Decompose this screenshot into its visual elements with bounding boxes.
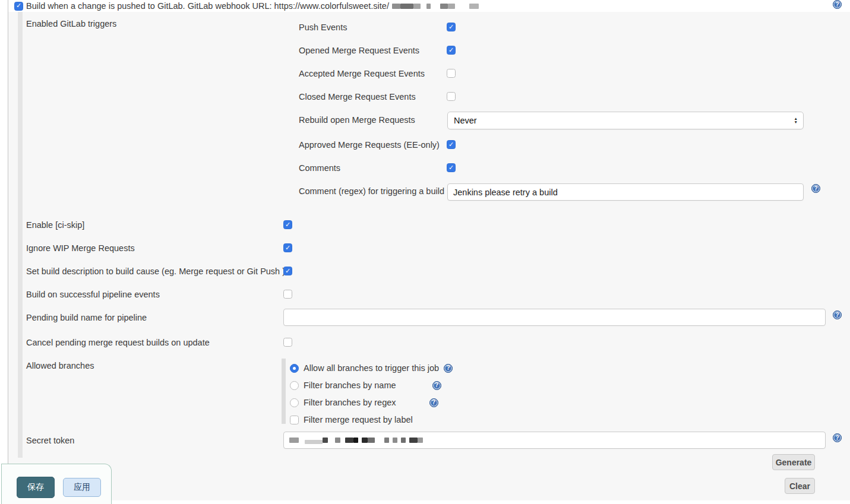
allowed-branches-label: Allowed branches xyxy=(26,361,94,370)
help-icon[interactable]: ? xyxy=(432,381,441,390)
trigger-row-comment-regex: Comment (regex) for triggering a build xyxy=(299,185,444,197)
build-on-push-checkbox[interactable] xyxy=(14,2,23,11)
allow-all-branches-label: Allow all branches to trigger this job xyxy=(304,363,439,373)
opened-mr-events-label: Opened Merge Request Events xyxy=(299,46,419,55)
comment-regex-label: Comment (regex) for triggering a build xyxy=(299,186,444,196)
filter-mr-by-label-label: Filter merge request by label xyxy=(304,415,413,424)
branch-option-by-name: Filter branches by name ? xyxy=(290,379,441,391)
pipeline-events-label: Build on successful pipeline events xyxy=(26,290,160,299)
triggers-section-row: Enabled GitLab triggers xyxy=(26,18,116,29)
ignore-wip-label: Ignore WIP Merge Requests xyxy=(26,243,135,253)
branches-indent-bar xyxy=(282,359,286,424)
accepted-mr-events-label: Accepted Merge Request Events xyxy=(299,69,425,78)
trigger-row-rebuild: Rebuild open Merge Requests xyxy=(299,114,415,126)
trigger-row-closed: Closed Merge Request Events xyxy=(299,91,416,103)
rebuild-open-mr-selected-value: Never xyxy=(448,116,794,125)
comment-regex-input[interactable] xyxy=(447,183,804,201)
jenkins-gitlab-trigger-config: { "icons": { "help": "?", "select_up": "… xyxy=(0,0,850,504)
trigger-row-comments: Comments xyxy=(299,162,340,174)
comments-label: Comments xyxy=(299,163,340,173)
trigger-row-push: Push Events xyxy=(299,21,347,33)
filter-branches-by-name-label: Filter branches by name xyxy=(304,381,396,390)
branch-option-by-label: Filter merge request by label xyxy=(290,414,413,426)
cancel-pending-checkbox[interactable] xyxy=(283,338,292,347)
help-icon[interactable]: ? xyxy=(833,310,842,319)
secret-token-input[interactable] xyxy=(283,432,826,449)
pending-build-name-label: Pending build name for pipeline xyxy=(26,313,147,322)
secret-token-row: Secret token xyxy=(26,435,74,446)
push-events-label: Push Events xyxy=(299,23,347,32)
redacted-webhook-path xyxy=(392,4,479,9)
clear-button[interactable]: Clear xyxy=(785,478,815,494)
section-outline xyxy=(8,0,8,504)
help-icon[interactable]: ? xyxy=(833,0,842,9)
trigger-row-opened: Opened Merge Request Events xyxy=(299,45,419,56)
allow-all-branches-radio[interactable] xyxy=(290,364,299,373)
build-desc-checkbox[interactable] xyxy=(283,267,292,275)
save-button[interactable]: 保存 xyxy=(17,477,55,498)
approved-mr-label: Approved Merge Requests (EE-only) xyxy=(299,140,440,150)
section-indent-bar xyxy=(18,12,23,458)
webhook-header-row: Build when a change is pushed to GitLab.… xyxy=(14,1,479,11)
filter-mr-by-label-checkbox[interactable] xyxy=(290,416,299,424)
option-row-ci-skip: Enable [ci-skip] xyxy=(26,219,84,231)
help-icon[interactable]: ? xyxy=(833,433,842,442)
branch-option-allow-all: Allow all branches to trigger this job ? xyxy=(290,362,453,374)
pending-build-name-input[interactable] xyxy=(283,309,826,326)
config-section-panel xyxy=(8,12,850,500)
option-row-ignore-wip: Ignore WIP Merge Requests xyxy=(26,242,135,254)
push-events-checkbox[interactable] xyxy=(447,23,456,31)
closed-mr-events-checkbox[interactable] xyxy=(447,92,456,101)
ci-skip-label: Enable [ci-skip] xyxy=(26,220,84,230)
rebuild-open-mr-select[interactable]: Never ▲▼ xyxy=(447,112,804,129)
approved-mr-checkbox[interactable] xyxy=(447,140,456,149)
filter-branches-by-name-radio[interactable] xyxy=(290,381,299,390)
generate-button[interactable]: Generate xyxy=(772,454,815,470)
ci-skip-checkbox[interactable] xyxy=(283,220,292,229)
secret-token-label: Secret token xyxy=(26,436,74,445)
option-row-pending-name: Pending build name for pipeline xyxy=(26,312,147,324)
branch-option-by-regex: Filter branches by regex ? xyxy=(290,397,438,408)
trigger-row-accepted: Accepted Merge Request Events xyxy=(299,68,425,80)
apply-button[interactable]: 应用 xyxy=(63,478,101,497)
select-arrows-icon: ▲▼ xyxy=(794,117,798,124)
webhook-header-label: Build when a change is pushed to GitLab.… xyxy=(26,1,389,11)
ignore-wip-checkbox[interactable] xyxy=(283,243,292,252)
filter-branches-by-regex-label: Filter branches by regex xyxy=(304,398,396,407)
allowed-branches-row: Allowed branches xyxy=(26,360,94,372)
help-icon[interactable]: ? xyxy=(811,184,820,193)
pipeline-events-checkbox[interactable] xyxy=(283,290,292,299)
opened-mr-events-checkbox[interactable] xyxy=(447,46,456,55)
closed-mr-events-label: Closed Merge Request Events xyxy=(299,92,416,102)
comments-checkbox[interactable] xyxy=(447,163,456,172)
trigger-row-approved: Approved Merge Requests (EE-only) xyxy=(299,139,440,151)
filter-branches-by-regex-radio[interactable] xyxy=(290,398,299,407)
build-desc-label: Set build description to build cause (eg… xyxy=(26,267,285,276)
option-row-cancel-pending: Cancel pending merge request builds on u… xyxy=(26,337,210,348)
redacted-secret-token xyxy=(289,436,423,444)
option-row-build-desc: Set build description to build cause (eg… xyxy=(26,265,285,277)
cancel-pending-label: Cancel pending merge request builds on u… xyxy=(26,338,210,347)
accepted-mr-events-checkbox[interactable] xyxy=(447,69,456,78)
help-icon[interactable]: ? xyxy=(429,398,438,407)
option-row-pipeline-events: Build on successful pipeline events xyxy=(26,289,160,300)
rebuild-open-mr-label: Rebuild open Merge Requests xyxy=(299,115,415,125)
help-icon[interactable]: ? xyxy=(444,364,453,373)
triggers-section-label: Enabled GitLab triggers xyxy=(26,19,116,28)
